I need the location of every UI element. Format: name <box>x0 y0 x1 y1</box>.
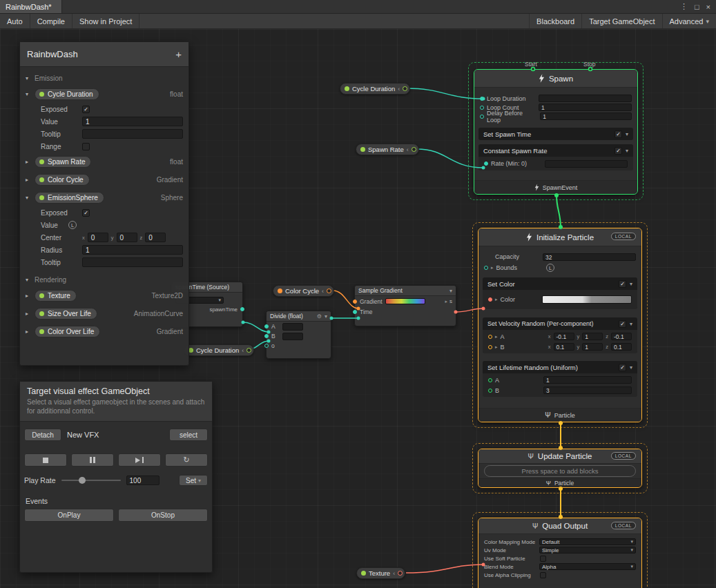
caret-right-icon[interactable]: ▸ <box>26 159 31 165</box>
play-rate-slider-thumb[interactable] <box>79 477 86 484</box>
caret-down-icon[interactable]: ▾ <box>626 131 628 137</box>
velocity-a-y-field[interactable]: 1 <box>582 333 603 340</box>
caret-right-icon[interactable]: ▸ <box>26 293 31 299</box>
uv-mode-select[interactable]: Simple ▾ <box>539 547 636 553</box>
select-button[interactable]: select <box>169 429 208 441</box>
velocity-a-port[interactable] <box>488 335 492 339</box>
caret-down-icon[interactable]: ▾ <box>630 281 632 287</box>
radius-field[interactable]: 1 <box>82 245 183 255</box>
kebab-menu-icon[interactable]: ⋮ <box>680 2 688 11</box>
loop-duration-field[interactable] <box>539 95 632 102</box>
bounds-link-icon[interactable]: L <box>546 264 554 272</box>
time-input-port[interactable] <box>353 310 357 314</box>
compile-button[interactable]: Compile <box>30 14 72 28</box>
asset-tab[interactable]: RainbwDash* <box>0 0 62 13</box>
spawn-time-output-port[interactable] <box>240 307 244 311</box>
blackboard-toggle-button[interactable]: Blackboard <box>529 14 581 28</box>
parameter-output-port[interactable] <box>327 288 331 293</box>
set-velocity-enabled-checkbox[interactable]: ✓ <box>619 320 626 328</box>
gradient-preview[interactable] <box>385 298 425 304</box>
blackboard-item-size-over-life[interactable]: ▸ Size Over Life AnimationCurve <box>20 304 188 322</box>
step-button[interactable] <box>118 453 161 467</box>
set-color-enabled-checkbox[interactable]: ✓ <box>619 280 626 288</box>
caret-right-icon[interactable]: ▸ <box>491 265 494 271</box>
range-checkbox[interactable] <box>82 143 90 150</box>
gear-icon[interactable]: ⚙ <box>317 313 322 320</box>
blackboard-item-color-over-life[interactable]: ▸ Color Over Life Gradient <box>20 322 188 340</box>
constant-spawn-rate-block[interactable]: Constant Spawn Rate ✓ ▾ <box>478 144 633 157</box>
set-play-rate-button[interactable]: Set ▾ <box>179 475 208 486</box>
caret-down-icon[interactable]: ▾ <box>26 91 31 97</box>
pause-button[interactable] <box>71 453 114 467</box>
restart-button[interactable]: ↻ <box>165 453 208 467</box>
blend-mode-select[interactable]: Alpha ▾ <box>539 563 636 570</box>
divide-output-port[interactable] <box>264 344 269 348</box>
parameter-output-port[interactable] <box>412 147 416 152</box>
collapse-icon[interactable]: ‹ <box>393 570 395 577</box>
target-gameobject-toggle-button[interactable]: Target GameObject <box>581 14 661 28</box>
exposed-checkbox[interactable]: ✓ <box>82 209 90 217</box>
velocity-b-x-field[interactable]: 0.1 <box>554 343 574 351</box>
value-field[interactable]: 1 <box>82 117 183 126</box>
spawn-node[interactable]: Spawn Loop Duration Loop Count 1 Delay B… <box>474 69 638 195</box>
velocity-b-z-field[interactable]: 0.1 <box>611 343 632 351</box>
delay-before-loop-field[interactable]: 1 <box>540 112 632 120</box>
lifetime-a-port[interactable] <box>488 378 492 382</box>
play-rate-field[interactable]: 100 <box>126 476 159 485</box>
sample-gradient-operator-node[interactable]: Sample Gradient ▾ Gradient ▸ s Time <box>354 285 456 326</box>
detach-button[interactable]: Detach <box>24 429 61 441</box>
bounds-port[interactable] <box>484 266 488 270</box>
constant-spawn-rate-enabled-checkbox[interactable]: ✓ <box>615 147 622 155</box>
capacity-field[interactable]: 32 <box>543 253 636 261</box>
cycle-duration-parameter-pill[interactable]: Cycle Duration ‹ <box>340 83 410 95</box>
caret-right-icon[interactable]: ▸ <box>26 311 31 317</box>
maximize-icon[interactable]: □ <box>695 3 699 11</box>
blackboard-item-emission-sphere[interactable]: ▾ EmissionSphere Sphere <box>20 188 188 206</box>
graph-canvas[interactable]: Start Stop Spawn Loop Duration Loop Coun… <box>0 29 716 588</box>
color-cycle-parameter-pill[interactable]: Color Cycle ‹ <box>273 285 334 297</box>
velocity-a-z-field[interactable]: -0.1 <box>611 333 632 340</box>
caret-right-icon[interactable]: ▸ <box>495 334 498 340</box>
velocity-a-x-field[interactable]: -0.1 <box>554 333 574 340</box>
rate-field[interactable] <box>545 160 628 168</box>
set-lifetime-enabled-checkbox[interactable]: ✓ <box>619 364 626 371</box>
divide-b-port[interactable] <box>264 334 269 338</box>
blackboard-item-texture[interactable]: ▸ Texture Texture2D <box>20 286 188 304</box>
caret-down-icon[interactable]: ▾ <box>630 364 632 371</box>
parameter-output-port[interactable] <box>403 86 407 91</box>
category-rendering[interactable]: ▾ Rendering <box>20 273 188 286</box>
set-velocity-block[interactable]: Set Velocity Random (Per-component) ✓ ▾ <box>483 317 637 330</box>
update-node-header[interactable]: Ψ Update Particle LOCAL <box>478 449 641 464</box>
lifetime-b-field[interactable]: 3 <box>543 386 632 394</box>
stop-button[interactable] <box>24 453 67 467</box>
caret-right-icon[interactable]: ▸ <box>495 344 498 350</box>
initialize-node-header[interactable]: Initialize Particle LOCAL <box>478 228 641 246</box>
caret-right-icon[interactable]: ▸ <box>26 329 31 335</box>
caret-down-icon[interactable]: ▾ <box>630 321 632 327</box>
divide-a-port[interactable] <box>264 324 269 329</box>
onstop-button[interactable]: OnStop <box>118 509 208 522</box>
center-x-field[interactable]: 0 <box>88 233 108 242</box>
initialize-particle-node[interactable]: Initialize Particle LOCAL Capacity 32 ▸ … <box>478 228 642 422</box>
cycle-duration-parameter-pill-2[interactable]: Cycle Duration ‹ <box>184 344 254 356</box>
collapse-icon[interactable]: ‹ <box>407 146 409 153</box>
color-mapping-select[interactable]: Default ▾ <box>539 538 636 545</box>
rate-port[interactable] <box>484 161 488 166</box>
tooltip-field[interactable] <box>82 257 183 267</box>
caret-right-icon[interactable]: ▸ <box>26 177 31 183</box>
parameter-output-port[interactable] <box>398 571 403 576</box>
category-emission[interactable]: ▾ Emission <box>20 71 188 85</box>
caret-down-icon[interactable]: ▾ <box>449 288 452 294</box>
loop-duration-port[interactable] <box>480 97 484 101</box>
add-blocks-placeholder[interactable]: Press space to add blocks <box>484 465 636 477</box>
divide-b-field[interactable] <box>282 333 303 340</box>
set-spawn-time-enabled-checkbox[interactable]: ✓ <box>615 130 622 138</box>
collapse-icon[interactable]: ‹ <box>322 288 324 295</box>
quad-node-header[interactable]: Ψ Quad Output LOCAL <box>478 518 641 534</box>
blackboard-item-cycle-duration[interactable]: ▾ Cycle Duration float <box>20 85 188 103</box>
delay-before-loop-port[interactable] <box>480 115 484 119</box>
collapse-icon[interactable]: ‹ <box>242 347 244 354</box>
parameter-output-port[interactable] <box>246 348 251 353</box>
update-particle-node[interactable]: Ψ Update Particle LOCAL Press space to a… <box>478 449 642 488</box>
velocity-b-port[interactable] <box>488 345 492 349</box>
